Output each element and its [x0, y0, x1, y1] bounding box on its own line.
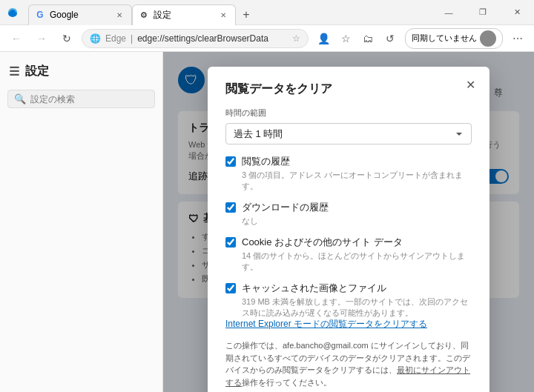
checkbox-download-label: ダウンロードの履歴 [242, 201, 329, 214]
ie-mode-link[interactable]: Internet Explorer モードの閲覧データをクリアする [225, 318, 472, 330]
tab-google-close[interactable]: ✕ [113, 9, 125, 21]
minimize-button[interactable]: — [432, 0, 466, 25]
tab-settings-close[interactable]: ✕ [217, 9, 229, 21]
checkbox-browsing-desc: 3 個の項目。アドレス バーにオートコンプリートが含まれます。 [242, 170, 472, 192]
modal-title: 閲覧データをクリア [225, 82, 472, 97]
checkbox-cookies-input[interactable] [225, 237, 236, 248]
toolbar-icons: 👤 ☆ 🗂 ↺ [313, 28, 400, 49]
page-content: 🛡 🔒 こんにちは 弊社では、お客様のプライバシーを尊重しています。尊重し、尊 … [163, 52, 534, 392]
address-text: edge://settings/clearBrowserData [137, 33, 288, 44]
modal-close-button[interactable]: ✕ [461, 76, 479, 93]
clear-data-modal: 閲覧データをクリア ✕ 時間の範囲 過去 1 時間 過去 24 時間 過去 7 … [208, 67, 490, 392]
sync-label: 同期していません [412, 33, 477, 44]
checkbox-download-content: ダウンロードの履歴 なし [242, 201, 329, 227]
sidebar-search-box[interactable]: 🔍 [7, 90, 155, 108]
forward-button[interactable]: → [31, 28, 52, 49]
checkbox-cache-label: キャッシュされた画像とファイル [242, 282, 472, 295]
address-star-icon[interactable]: ☆ [292, 33, 300, 44]
address-bar-box[interactable]: 🌐 Edge | edge://settings/clearBrowserDat… [82, 29, 309, 48]
checkbox-browsing-content: 閲覧の履歴 3 個の項目。アドレス バーにオートコンプリートが含まれます。 [242, 155, 472, 192]
window-controls: — ❐ ✕ [432, 0, 534, 25]
edge-icon-small: 🌐 [90, 33, 101, 44]
modal-checkboxes-area: 閲覧の履歴 3 個の項目。アドレス バーにオートコンプリートが含まれます。 ダウ… [225, 155, 472, 318]
titlebar: G Google ✕ ⚙ 設定 ✕ + — ❐ ✕ [0, 0, 534, 25]
checkbox-browsing-label: 閲覧の履歴 [242, 155, 472, 168]
close-button[interactable]: ✕ [500, 0, 534, 25]
time-range-select[interactable]: 過去 1 時間 過去 24 時間 過去 7 日間 過去 4 週間 すべての期間 [225, 123, 472, 144]
checkbox-cookies-content: Cookie およびその他のサイト データ 14 個のサイトから。ほとんどのサイ… [242, 236, 472, 273]
checkbox-download-input[interactable] [225, 202, 236, 213]
checkbox-browsing-input[interactable] [225, 156, 236, 167]
favorites-icon[interactable]: ☆ [335, 28, 356, 49]
tab-settings-favicon: ⚙ [139, 10, 149, 20]
edge-logo-icon [7, 7, 19, 19]
sidebar-header: ☰ 設定 [0, 58, 162, 85]
checkbox-cache-desc: 319 MB 未満を解放します。一部のサイトでは、次回のアクセス時に読み込みが遅… [242, 296, 472, 318]
modal-overlay: 閲覧データをクリア ✕ 時間の範囲 過去 1 時間 過去 24 時間 過去 7 … [163, 52, 534, 392]
collections-icon[interactable]: 🗂 [357, 28, 378, 49]
checkbox-download: ダウンロードの履歴 なし [225, 201, 472, 227]
back-button[interactable]: ← [6, 28, 27, 49]
sidebar-title: 設定 [25, 64, 49, 79]
history-icon[interactable]: ↺ [380, 28, 400, 49]
tab-google-favicon: G [35, 10, 45, 20]
edge-menu-button[interactable] [0, 0, 25, 25]
tab-bar: G Google ✕ ⚙ 設定 ✕ + [25, 0, 432, 25]
new-tab-button[interactable]: + [236, 4, 257, 25]
tab-settings-title: 設定 [154, 9, 213, 21]
checkbox-cookies: Cookie およびその他のサイト データ 14 個のサイトから。ほとんどのサイ… [225, 236, 472, 273]
tab-settings[interactable]: ⚙ 設定 ✕ [132, 4, 236, 25]
sync-button[interactable]: 同期していません [405, 28, 503, 49]
sidebar-search-input[interactable] [30, 94, 148, 104]
address-separator: | [131, 33, 133, 44]
restore-button[interactable]: ❐ [466, 0, 500, 25]
main-area: ☰ 設定 🔍 🛡 🔒 こんにちは 弊社では、お客様のプライバシーを尊重しています… [0, 52, 534, 392]
modal-operation-desc: この操作では、afe.bancho@gmail.com にサインインしており、同… [225, 339, 472, 388]
tab-google-title: Google [50, 10, 109, 20]
settings-more-icon[interactable]: ⋯ [507, 28, 528, 49]
profile-icon[interactable]: 👤 [313, 28, 334, 49]
checkbox-cache-content: キャッシュされた画像とファイル 319 MB 未満を解放します。一部のサイトでは… [242, 282, 472, 318]
sidebar: ☰ 設定 🔍 [0, 52, 163, 392]
refresh-button[interactable]: ↻ [56, 28, 77, 49]
checkbox-cookies-desc: 14 個のサイトから。ほとんどのサイトからサインアウトします。 [242, 250, 472, 273]
sidebar-menu-icon[interactable]: ☰ [9, 64, 19, 79]
checkbox-cache-input[interactable] [225, 283, 236, 293]
search-icon: 🔍 [14, 93, 26, 104]
time-range-label: 時間の範囲 [225, 107, 472, 119]
checkbox-cookies-label: Cookie およびその他のサイト データ [242, 236, 472, 249]
edge-label: Edge [105, 33, 126, 44]
modal-underline-text: 最初にサインアウトする [225, 365, 470, 387]
tab-google[interactable]: G Google ✕ [28, 4, 132, 25]
checkbox-download-desc: なし [242, 216, 329, 227]
addressbar: ← → ↻ 🌐 Edge | edge://settings/clearBrow… [0, 25, 534, 52]
checkbox-cache: キャッシュされた画像とファイル 319 MB 未満を解放します。一部のサイトでは… [225, 282, 472, 318]
checkbox-browsing: 閲覧の履歴 3 個の項目。アドレス バーにオートコンプリートが含まれます。 [225, 155, 472, 192]
avatar [480, 30, 496, 47]
